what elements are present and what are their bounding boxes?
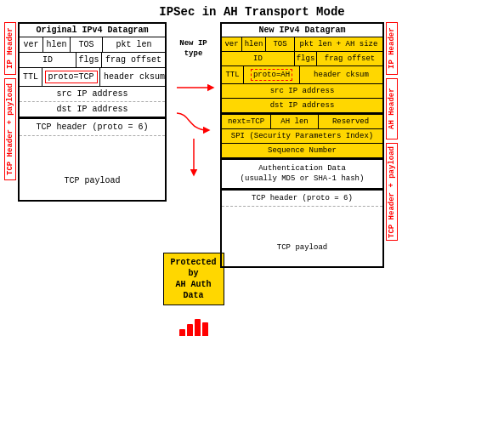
- r-cell-hlen: hlen: [242, 37, 266, 51]
- r-cell-reserved: Reserved: [319, 115, 382, 128]
- r-cell-header-cksum: header cksum: [300, 66, 382, 83]
- bar-2: [187, 324, 193, 336]
- cell-tos: TOS: [71, 37, 103, 52]
- left-datagram-section: IP Header TCP Header + payload Original …: [4, 22, 167, 202]
- r-cell-seq: Sequence Number: [222, 144, 382, 157]
- cell-dst-ip: dst IP address: [20, 102, 165, 117]
- table-row: ver hlen TOS pkt len: [20, 37, 165, 53]
- table-row: TCP payload: [222, 228, 382, 266]
- r-cell-next-tcp: next=TCP: [222, 115, 271, 128]
- cell-id: ID: [20, 53, 76, 67]
- right-tcp-label: TCP Header + payload: [386, 143, 398, 241]
- table-row: src IP address: [222, 84, 382, 99]
- r-cell-tos: TOS: [266, 37, 295, 51]
- r-cell-ttl: TTL: [222, 66, 244, 83]
- table-row: ver hlen TOS pkt len + AH size: [222, 37, 382, 52]
- bar-4: [202, 322, 208, 336]
- cell-proto-tcp: proto=TCP: [42, 68, 100, 86]
- bar-3: [195, 319, 201, 336]
- r-cell-id: ID: [222, 52, 295, 65]
- r-cell-ver: ver: [222, 37, 242, 51]
- r-cell-proto-ah: proto=AH: [244, 66, 300, 83]
- r-cell-empty: [222, 207, 382, 228]
- bar-chart: [179, 312, 208, 336]
- r-cell-tcp-payload: TCP payload: [222, 228, 382, 266]
- table-row: src IP address: [20, 87, 165, 102]
- r-cell-flgs: flgs: [295, 52, 317, 65]
- table-row: TCP header (proto = 6): [20, 117, 165, 136]
- table-row: SPI (Security Parameters Index): [222, 129, 382, 144]
- r-cell-src-ip: src IP address: [222, 84, 382, 98]
- r-cell-pkt-len-ah: pkt len + AH size: [295, 37, 382, 51]
- cell-empty: [20, 136, 165, 162]
- cell-header-cksum: header cksum: [100, 68, 168, 86]
- left-datagram-box: Original IPv4 Datagram ver hlen TOS pkt …: [18, 22, 167, 202]
- table-row: dst IP address: [20, 102, 165, 117]
- arrows-svg: [173, 62, 215, 232]
- cell-src-ip: src IP address: [20, 87, 165, 101]
- table-row: ID flgs frag offset: [20, 53, 165, 68]
- cell-tcp-payload: TCP payload: [20, 162, 165, 200]
- table-row: Authentication Data(usually MD5 or SHA-1…: [222, 158, 382, 189]
- right-ip-header-label: IP Header: [386, 22, 398, 75]
- table-row: [20, 136, 165, 162]
- r-cell-dst-ip: dst IP address: [222, 99, 382, 112]
- left-tcp-label: TCP Header + payload: [4, 78, 16, 180]
- left-datagram-title: Original IPv4 Datagram: [20, 24, 165, 37]
- table-row: TCP payload: [20, 162, 165, 200]
- new-ip-type-label: New IPtype: [179, 39, 207, 59]
- cell-tcp-header: TCP header (proto = 6): [20, 119, 165, 135]
- bar-1: [179, 329, 185, 336]
- r-cell-tcp-header: TCP header (proto = 6): [222, 191, 382, 206]
- right-vertical-labels: IP Header AH Header TCP Header + payload: [386, 22, 398, 268]
- middle-section: New IPtype Protected byAH Auth Data: [170, 22, 217, 336]
- table-row: TTL proto=TCP header cksum: [20, 68, 165, 87]
- r-cell-frag: frag offset: [317, 52, 382, 65]
- cell-flgs: flgs: [76, 53, 102, 67]
- protected-badge: Protected byAH Auth Data: [163, 253, 224, 305]
- table-row: TCP header (proto = 6): [222, 189, 382, 207]
- right-datagram-title: New IPv4 Datagram: [222, 24, 382, 37]
- table-row: [222, 207, 382, 228]
- table-row: next=TCP AH len Reserved: [222, 113, 382, 129]
- r-cell-ah-len: AH len: [271, 115, 319, 128]
- page-container: IPSec in AH Transport Mode IP Header TCP…: [0, 0, 504, 444]
- cell-pkt-len: pkt len: [103, 37, 165, 52]
- cell-ttl: TTL: [20, 68, 42, 86]
- r-cell-spi: SPI (Security Parameters Index): [222, 129, 382, 143]
- right-ah-header-label: AH Header: [386, 78, 398, 139]
- page-title: IPSec in AH Transport Mode: [0, 0, 504, 22]
- table-row: ID flgs frag offset: [222, 52, 382, 66]
- r-cell-auth-data: Authentication Data(usually MD5 or SHA-1…: [222, 160, 382, 188]
- right-datagram-box: New IPv4 Datagram ver hlen TOS pkt len +…: [220, 22, 384, 268]
- cell-hlen: hlen: [43, 37, 71, 52]
- table-row: Sequence Number: [222, 144, 382, 158]
- right-datagram-section: New IPv4 Datagram ver hlen TOS pkt len +…: [220, 22, 398, 268]
- table-row: TTL proto=AH header cksum: [222, 66, 382, 84]
- left-ip-header-label: IP Header: [4, 22, 16, 75]
- cell-ver: ver: [20, 37, 43, 52]
- table-row: dst IP address: [222, 99, 382, 113]
- left-vertical-labels: IP Header TCP Header + payload: [4, 22, 16, 202]
- cell-frag-offset: frag offset: [102, 53, 165, 67]
